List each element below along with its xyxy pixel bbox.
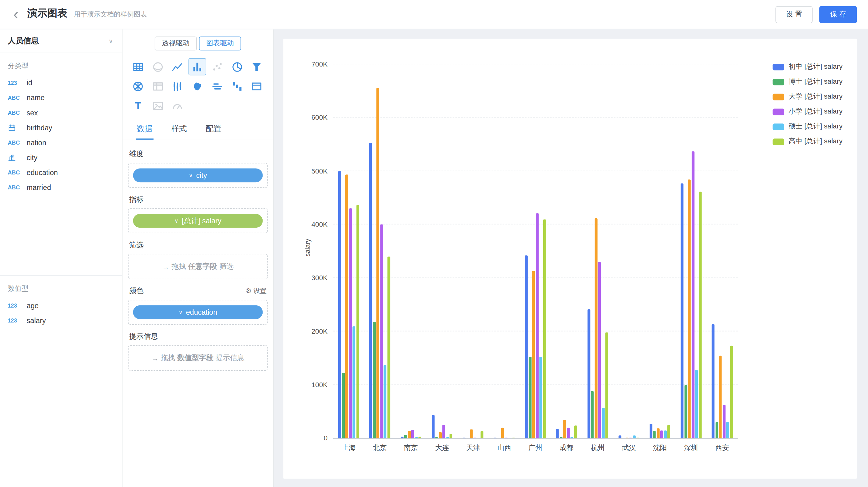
bar (470, 429, 473, 438)
metric-pill-salary[interactable]: ∨ [总计] salary (133, 214, 263, 228)
field-item-birthday[interactable]: birthday (0, 120, 122, 135)
legend-label: 小学 [总计] salary (789, 107, 842, 116)
field-name: id (27, 79, 32, 87)
panel-tab-1[interactable]: 样式 (170, 120, 188, 140)
dimension-section: 维度 ∨ city (123, 149, 274, 188)
bar-groups (333, 64, 738, 439)
y-tick-label: 500K (311, 167, 328, 175)
bar (602, 408, 604, 438)
field-item-education[interactable]: ABCeducation (0, 165, 122, 180)
bar (353, 327, 355, 438)
chart-type-line-chart-icon[interactable] (168, 58, 186, 75)
x-axis-label: 山西 (489, 443, 520, 453)
bar-group-西安 (707, 64, 738, 439)
mode-tab-chart-driven[interactable]: 图表驱动 (199, 37, 241, 51)
chart-type-rose-icon[interactable] (129, 77, 147, 95)
metric-pill-label: [总计] salary (182, 216, 221, 226)
bar (400, 436, 403, 438)
color-settings-button[interactable]: ⚙ 设置 (246, 286, 267, 295)
field-item-city[interactable]: city (0, 150, 122, 165)
bar (349, 209, 352, 439)
chart-type-funnel-icon[interactable] (248, 58, 266, 75)
bar (716, 422, 718, 439)
bar (637, 438, 639, 439)
field-item-nation[interactable]: ABCnation (0, 135, 122, 150)
chart-type-sphere-icon (149, 58, 167, 75)
save-button[interactable]: 保 存 (819, 6, 857, 23)
bar (388, 257, 390, 438)
chart-type-word-cloud-icon[interactable] (209, 77, 226, 95)
chart-type-frame-icon[interactable] (248, 77, 266, 95)
color-label-text: 颜色 (129, 286, 144, 296)
field-section-label: 数值型 (0, 276, 122, 298)
bar (730, 346, 733, 438)
metric-label: 指标 (129, 194, 267, 204)
legend-item-1[interactable]: 博士 [总计] salary (773, 77, 842, 87)
bar (342, 373, 345, 439)
string-type-icon: ABC (8, 140, 22, 146)
chart-type-pivot-table-icon (149, 77, 167, 95)
legend-item-4[interactable]: 硕士 [总计] salary (773, 122, 842, 131)
legend-item-2[interactable]: 大学 [总计] salary (773, 92, 842, 101)
number-type-icon: 123 (8, 318, 22, 324)
bar (606, 332, 608, 438)
panel-tab-0[interactable]: 数据 (136, 120, 153, 140)
field-item-age[interactable]: 123age (0, 298, 122, 313)
field-item-name[interactable]: ABCname (0, 90, 122, 105)
bar (684, 385, 687, 438)
settings-button[interactable]: 设 置 (775, 6, 813, 23)
x-axis-labels: 上海北京南京大连天津山西广州成都杭州武汉沈阳深圳西安 (333, 443, 738, 453)
config-panel: 透视驱动图表驱动 T 数据样式配置 维度 ∨ city 指标 (123, 29, 274, 487)
bar (463, 438, 466, 439)
x-axis-label: 天津 (458, 443, 489, 453)
bar (473, 438, 476, 439)
field-section-label: 分类型 (0, 53, 122, 75)
dimension-pill-city[interactable]: ∨ city (133, 168, 263, 183)
mode-tabs: 透视驱动图表驱动 (123, 29, 274, 56)
field-item-sex[interactable]: ABCsex (0, 105, 122, 120)
panel-tab-2[interactable]: 配置 (205, 120, 222, 140)
bar-group-成都 (551, 64, 582, 439)
color-pill-education[interactable]: ∨ education (133, 305, 263, 319)
bar (494, 438, 497, 439)
bar (450, 434, 452, 439)
legend-color-chip (773, 93, 784, 100)
chart-type-waterfall-icon[interactable] (228, 77, 246, 95)
chart-type-candlestick-icon[interactable] (168, 77, 186, 95)
dimension-pill-label: city (196, 171, 207, 180)
legend-item-3[interactable]: 小学 [总计] salary (773, 107, 842, 116)
x-axis-label: 西安 (707, 443, 738, 453)
chart-type-grid: T (123, 56, 274, 120)
mode-tab-pivot-driven[interactable]: 透视驱动 (155, 37, 197, 51)
back-button[interactable]: ‹ (11, 6, 21, 22)
field-item-salary[interactable]: 123salary (0, 313, 122, 328)
field-section-numeric: 数值型123age123salary (0, 275, 122, 328)
filter-ph-prefix: 拖拽 (172, 262, 186, 271)
bar (415, 437, 418, 438)
tooltip-dropzone[interactable]: → 拖拽数值型字段提示信息 (128, 345, 268, 371)
color-dropzone[interactable]: ∨ education (128, 300, 268, 325)
chart-type-table-icon[interactable] (129, 58, 147, 75)
chart-type-bar-chart-icon[interactable] (189, 58, 206, 75)
filter-section: 筛选 → 拖拽任意字段筛选 (123, 240, 274, 279)
chart-type-text-icon[interactable]: T (129, 97, 147, 114)
bar (681, 184, 683, 438)
bar (723, 405, 725, 439)
chart-type-china-map-icon[interactable] (189, 77, 206, 95)
dimension-dropzone[interactable]: ∨ city (128, 163, 268, 188)
dataset-selector[interactable]: 人员信息 ∨ (0, 29, 122, 53)
bar (633, 436, 636, 439)
string-type-icon: ABC (8, 110, 22, 116)
legend-label: 硕士 [总计] salary (789, 122, 842, 131)
legend-item-0[interactable]: 初中 [总计] salary (773, 62, 842, 71)
bar (404, 435, 407, 438)
metric-dropzone[interactable]: ∨ [总计] salary (128, 208, 268, 233)
legend-item-5[interactable]: 高中 [总计] salary (773, 137, 842, 146)
field-item-id[interactable]: 123id (0, 75, 122, 90)
y-tick-label: 200K (311, 327, 328, 335)
field-sidebar: 人员信息 ∨ 分类型123idABCnameABCsexbirthdayABCn… (0, 29, 123, 487)
chart-type-pie-chart-icon[interactable] (228, 58, 246, 75)
filter-ph-bold: 任意字段 (188, 262, 217, 271)
filter-dropzone[interactable]: → 拖拽任意字段筛选 (128, 254, 268, 279)
field-item-married[interactable]: ABCmarried (0, 180, 122, 195)
